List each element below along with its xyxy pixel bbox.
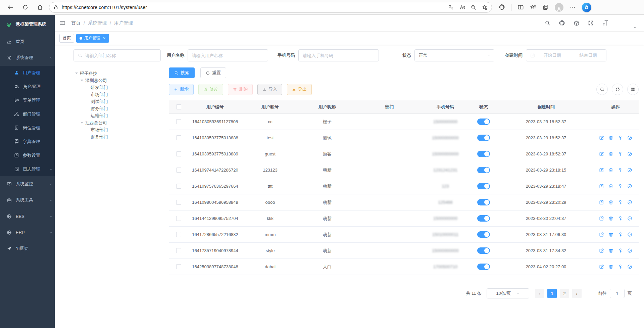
row-delete-icon[interactable] <box>608 168 613 173</box>
status-toggle[interactable] <box>477 183 490 189</box>
next-page-button[interactable]: › <box>572 289 582 298</box>
row-assign-role-icon[interactable] <box>627 135 632 140</box>
user-avatar[interactable] <box>617 17 630 30</box>
tree-node[interactable]: 财务部门 <box>73 105 166 112</box>
browser-menu-icon[interactable] <box>569 4 576 10</box>
phone-input[interactable] <box>298 49 379 61</box>
row-checkbox[interactable] <box>176 168 181 173</box>
row-reset-password-icon[interactable] <box>618 264 623 269</box>
row-edit-icon[interactable] <box>599 151 604 156</box>
sidebar-item-system[interactable]: 系统管理 <box>0 50 55 66</box>
row-checkbox[interactable] <box>176 151 181 156</box>
reset-button[interactable]: 重置 <box>200 67 226 78</box>
row-assign-role-icon[interactable] <box>627 248 632 253</box>
browser-refresh-button[interactable] <box>19 2 31 13</box>
page-button-1[interactable]: 1 <box>547 289 557 298</box>
url-text[interactable]: https://ccnetcore.com:1101/system/user <box>62 5 445 10</box>
dept-search-input[interactable] <box>73 49 161 61</box>
row-delete-icon[interactable] <box>608 216 613 221</box>
row-reset-password-icon[interactable] <box>618 135 623 140</box>
tree-node[interactable]: 市场部门 <box>73 91 166 98</box>
add-favorite-icon[interactable] <box>482 4 488 10</box>
address-bar[interactable]: https://ccnetcore.com:1101/system/user <box>49 2 492 13</box>
row-delete-icon[interactable] <box>608 232 613 237</box>
phone-field[interactable] <box>303 53 375 58</box>
row-checkbox[interactable] <box>176 248 181 253</box>
import-button[interactable]: 导入 <box>257 84 282 95</box>
caret-down-icon[interactable] <box>75 73 78 76</box>
sidebar-item-home[interactable]: 首页 <box>0 34 55 50</box>
row-assign-role-icon[interactable] <box>627 151 632 156</box>
status-toggle[interactable] <box>477 119 490 125</box>
table-columns-button[interactable] <box>627 84 639 95</box>
caret-down-icon[interactable] <box>81 80 83 83</box>
username-input[interactable] <box>188 49 268 61</box>
status-toggle[interactable] <box>477 151 490 157</box>
row-assign-role-icon[interactable] <box>627 168 632 173</box>
read-aloud-icon[interactable] <box>459 4 465 10</box>
row-edit-icon[interactable] <box>599 135 604 140</box>
browser-back-button[interactable] <box>5 2 16 13</box>
row-assign-role-icon[interactable] <box>627 216 632 221</box>
row-checkbox[interactable] <box>176 232 181 237</box>
end-date[interactable]: 结束日期 <box>574 52 602 58</box>
split-screen-icon[interactable] <box>517 4 524 10</box>
avatar-caret-icon[interactable] <box>633 26 637 29</box>
status-toggle[interactable] <box>477 231 490 238</box>
row-checkbox[interactable] <box>176 135 181 140</box>
status-toggle[interactable] <box>477 199 490 205</box>
bing-chat-icon[interactable]: b <box>582 3 591 12</box>
status-toggle[interactable] <box>477 135 490 141</box>
dept-name-field[interactable] <box>85 53 156 58</box>
close-icon[interactable]: × <box>103 36 106 40</box>
prev-page-button[interactable]: ‹ <box>535 289 544 298</box>
row-reset-password-icon[interactable] <box>618 248 623 253</box>
row-edit-icon[interactable] <box>599 264 604 269</box>
username-field[interactable] <box>192 53 264 58</box>
sidebar-item-dict-mgmt[interactable]: 字典管理 <box>0 135 55 148</box>
row-delete-icon[interactable] <box>608 200 613 205</box>
sidebar-item-param-settings[interactable]: 参数设置 <box>0 148 55 162</box>
breadcrumb-home[interactable]: 首页 <box>71 20 81 26</box>
tree-node[interactable]: 深圳总公司 <box>73 77 166 84</box>
sidebar-item-user-mgmt[interactable]: 用户管理 <box>0 66 55 80</box>
row-checkbox[interactable] <box>176 200 181 205</box>
extensions-icon[interactable] <box>499 4 505 10</box>
row-edit-icon[interactable] <box>599 248 604 253</box>
zoom-out-icon[interactable] <box>470 4 476 10</box>
row-edit-icon[interactable] <box>599 216 604 221</box>
collections-icon[interactable] <box>542 4 549 10</box>
row-delete-icon[interactable] <box>608 184 613 189</box>
row-reset-password-icon[interactable] <box>618 168 623 173</box>
sidebar-collapse-icon[interactable] <box>59 20 66 26</box>
sidebar-item-dept-mgmt[interactable]: 部门管理 <box>0 107 55 121</box>
sidebar-item-log-mgmt[interactable]: 日志管理 <box>0 162 55 176</box>
table-search-toggle[interactable] <box>596 84 608 95</box>
row-delete-icon[interactable] <box>608 264 613 269</box>
tree-node[interactable]: 测试部门 <box>73 98 166 105</box>
row-checkbox[interactable] <box>176 264 181 269</box>
tab-home[interactable]: 首页 <box>59 34 74 43</box>
goto-page-input[interactable] <box>610 289 625 298</box>
row-delete-icon[interactable] <box>608 248 613 253</box>
sidebar-item-bbs[interactable]: BBS <box>0 208 55 224</box>
search-button[interactable]: 搜索 <box>169 67 195 78</box>
tree-node[interactable]: 橙子科技 <box>73 70 166 77</box>
sidebar-item-tools[interactable]: 系统工具 <box>0 192 55 208</box>
header-search-icon[interactable] <box>545 20 550 26</box>
row-assign-role-icon[interactable] <box>627 232 632 237</box>
font-size-icon[interactable] <box>602 20 608 26</box>
row-checkbox[interactable] <box>176 184 181 189</box>
row-reset-password-icon[interactable] <box>618 200 623 205</box>
row-reset-password-icon[interactable] <box>618 184 623 189</box>
tree-node[interactable]: 运维部门 <box>73 112 166 119</box>
sidebar-item-monitor[interactable]: 系统监控 <box>0 176 55 192</box>
page-size-select[interactable]: 10条/页 <box>487 288 529 298</box>
help-icon[interactable] <box>574 20 580 26</box>
status-toggle[interactable] <box>477 215 490 222</box>
tab-user-mgmt[interactable]: 用户管理 × <box>76 34 109 43</box>
sidebar-item-menu-mgmt[interactable]: 菜单管理 <box>0 93 55 107</box>
delete-button[interactable]: 删除 <box>228 84 253 95</box>
status-toggle[interactable] <box>477 264 490 270</box>
start-date[interactable]: 开始日期 <box>538 52 566 58</box>
